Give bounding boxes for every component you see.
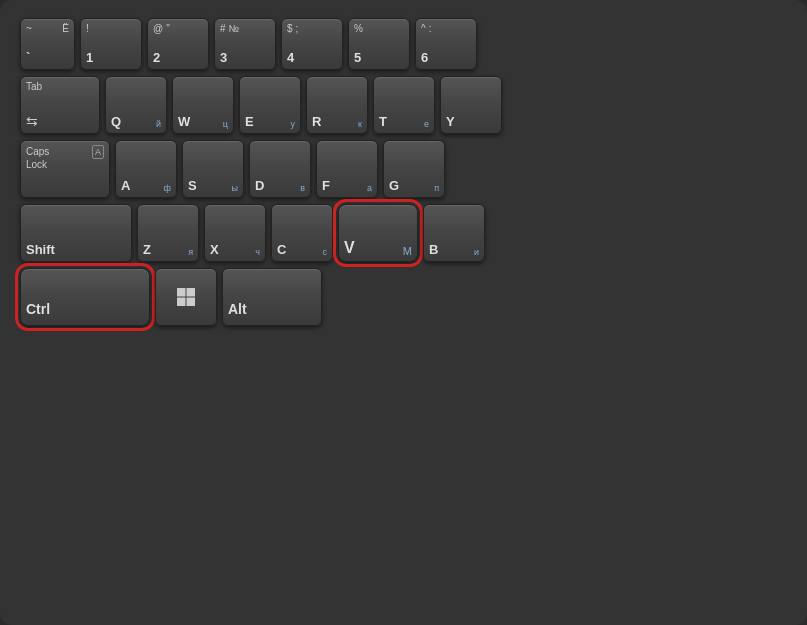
- key-caps-lock[interactable]: CapsLock A: [20, 140, 110, 198]
- key-r[interactable]: R к: [306, 76, 368, 134]
- keyboard: ~ Ё ` ! 1 @ " 2 # № 3 $ ; 4: [0, 0, 807, 625]
- key-row-bottom: Ctrl Alt: [20, 268, 787, 326]
- key-w[interactable]: W ц: [172, 76, 234, 134]
- svg-rect-1: [187, 288, 196, 297]
- key-d[interactable]: D в: [249, 140, 311, 198]
- svg-rect-2: [177, 298, 186, 307]
- key-e[interactable]: E у: [239, 76, 301, 134]
- key-q[interactable]: Q й: [105, 76, 167, 134]
- key-alt[interactable]: Alt: [222, 268, 322, 326]
- key-f[interactable]: F а: [316, 140, 378, 198]
- key-row-numbers: ~ Ё ` ! 1 @ " 2 # № 3 $ ; 4: [20, 18, 787, 70]
- key-s[interactable]: S ы: [182, 140, 244, 198]
- key-y[interactable]: Y: [440, 76, 502, 134]
- svg-rect-3: [187, 298, 196, 307]
- key-a[interactable]: A ф: [115, 140, 177, 198]
- key-t[interactable]: T е: [373, 76, 435, 134]
- key-row-zxcv: Shift Z я X ч C с V М В и: [20, 204, 787, 262]
- key-row-asdf: CapsLock A A ф S ы D в F а G п: [20, 140, 787, 198]
- key-g[interactable]: G п: [383, 140, 445, 198]
- key-c[interactable]: C с: [271, 204, 333, 262]
- key-4[interactable]: $ ; 4: [281, 18, 343, 70]
- key-ctrl[interactable]: Ctrl: [20, 268, 150, 326]
- key-2[interactable]: @ " 2: [147, 18, 209, 70]
- key-shift[interactable]: Shift: [20, 204, 132, 262]
- key-tab[interactable]: Tab ⇆: [20, 76, 100, 134]
- key-z[interactable]: Z я: [137, 204, 199, 262]
- svg-rect-0: [177, 288, 186, 297]
- key-3[interactable]: # № 3: [214, 18, 276, 70]
- key-win[interactable]: [155, 268, 217, 326]
- key-x[interactable]: X ч: [204, 204, 266, 262]
- key-row-qwerty: Tab ⇆ Q й W ц E у R к T е Y: [20, 76, 787, 134]
- key-v[interactable]: V М: [338, 204, 418, 262]
- key-5[interactable]: % 5: [348, 18, 410, 70]
- key-1[interactable]: ! 1: [80, 18, 142, 70]
- key-backtick[interactable]: ~ Ё `: [20, 18, 75, 70]
- key-6[interactable]: ^ : 6: [415, 18, 477, 70]
- key-b[interactable]: В и: [423, 204, 485, 262]
